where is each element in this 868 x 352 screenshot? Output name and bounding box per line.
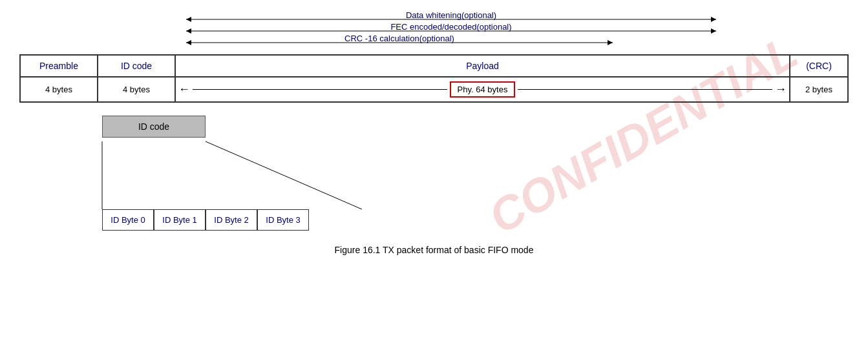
payload-bytes-cell: ← Phy. 64 bytes → [175,78,790,102]
phy-box: Phy. 64 bytes [450,81,516,98]
svg-text:Data whitening(optional): Data whitening(optional) [406,10,496,20]
idcode-header-cell: ID code [98,55,175,77]
svg-line-13 [206,141,362,209]
svg-text:CRC -16 calculation(optional): CRC -16 calculation(optional) [344,34,454,43]
id-bytes-row: ID Byte 0 ID Byte 1 ID Byte 2 ID Byte 3 [102,209,309,231]
preamble-header-cell: Preamble [20,55,98,77]
payload-header-cell: Payload [175,55,790,77]
svg-text:FEC encoded/decoded(optional): FEC encoded/decoded(optional) [390,22,511,32]
id-byte-2-cell: ID Byte 2 [206,209,257,231]
svg-marker-6 [711,28,716,34]
main-container: CONFIDENTIAL Data whitening(optional) FE… [0,0,868,268]
packet-diagram: Preamble ID code Payload (CRC) 4 bytes 4… [19,54,849,232]
id-byte-3-cell: ID Byte 3 [257,209,309,231]
crc-header-cell: (CRC) [790,55,848,77]
arrow-right-symbol: → [775,83,787,96]
svg-marker-1 [186,17,191,22]
id-byte-1-cell: ID Byte 1 [154,209,206,231]
crc-bytes-cell: 2 bytes [790,78,848,102]
svg-marker-9 [186,40,191,45]
arrow-right-line [518,89,772,90]
idcode-bytes-cell: 4 bytes [98,78,175,102]
packet-header-row: Preamble ID code Payload (CRC) [19,54,849,78]
svg-marker-10 [608,40,613,45]
bytes-row: 4 bytes 4 bytes ← Phy. 64 bytes → 2 byte… [19,78,849,103]
expansion-area: ID code ID Byte 0 ID Byte 1 ID Byte 2 ID… [19,103,849,232]
payload-arrow: ← Phy. 64 bytes → [178,81,787,98]
figure-caption: Figure 16.1 TX packet format of basic FI… [19,245,849,255]
preamble-bytes-cell: 4 bytes [20,78,98,102]
id-byte-0-cell: ID Byte 0 [102,209,154,231]
top-arrows-svg: Data whitening(optional) FEC encoded/dec… [186,13,868,53]
arrow-left-line [193,89,447,90]
arrow-left-symbol: ← [178,83,190,96]
svg-marker-2 [711,17,716,22]
svg-marker-5 [186,28,191,34]
